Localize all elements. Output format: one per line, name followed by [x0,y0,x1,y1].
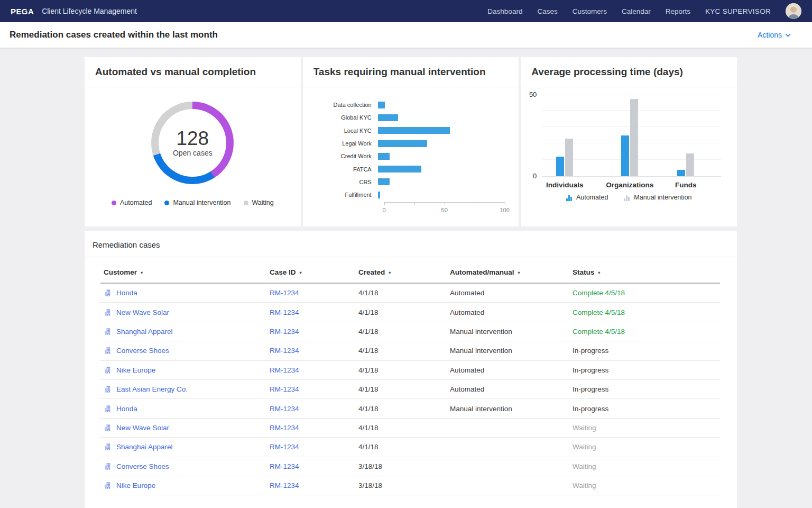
status-value: In-progress [573,366,720,374]
card-automated-vs-manual: Automated vs manual completion 128 Open … [85,57,301,226]
axis-tick-label: 0 [383,207,386,213]
case-id-link[interactable]: RM-1234 [270,462,358,470]
vbar-bar-automated [621,135,629,177]
customer-link[interactable]: Nike Europe [116,366,155,374]
table-header-row: Customer▾ Case ID▾ Created▾ Automated/ma… [100,257,720,284]
open-cases-count: 128 [176,129,209,149]
axis-tick-label: 100 [500,207,509,213]
legend-item: Automated [566,194,608,201]
customer-link[interactable]: New Wave Solar [116,309,169,316]
table-row[interactable]: HondaRM-12344/1/18Manual interventionIn-… [100,399,720,418]
column-header-automated-manual[interactable]: Automated/manual▾ [450,268,573,276]
hbar-category-label: Local KYC [303,128,378,134]
customer-link[interactable]: Shanghai Apparel [116,328,173,335]
case-id-link[interactable]: RM-1234 [270,309,358,316]
axis-tick [414,203,415,205]
legend-dot-icon [244,201,248,205]
table-row[interactable]: Shanghai ApparelRM-12344/1/18Waiting [100,438,720,457]
customer-link[interactable]: Converse Shoes [116,462,169,470]
column-header-created[interactable]: Created▾ [358,268,450,276]
nav-item-dashboard[interactable]: Dashboard [487,7,522,15]
vbar-bar-manual [565,139,573,176]
vbar-chart: 050IndividualsOrganizationsFunds [542,95,721,177]
column-header-case-id[interactable]: Case ID▾ [270,268,358,276]
automated-manual-value: Manual intervention [450,347,573,355]
status-value: In-progress [573,347,720,355]
nav-item-reports[interactable]: Reports [666,7,690,15]
case-id-link[interactable]: RM-1234 [270,405,358,413]
donut-ring: 128 Open cases [151,102,234,184]
case-id-link[interactable]: RM-1234 [270,443,358,451]
table-row[interactable]: Shanghai ApparelRM-12344/1/18Manual inte… [100,322,720,341]
customer-link[interactable]: Shanghai Apparel [116,443,173,451]
sort-caret-icon: ▾ [300,270,302,275]
vbar-bar-automated [677,170,685,176]
axis-tick [384,203,385,205]
remediation-cases-card: Remediation cases Customer▾ Case ID▾ Cre… [85,231,737,508]
customer-link[interactable]: Nike Europe [116,482,155,489]
table-row[interactable]: Nike EuropeRM-12343/18/18Waiting [100,476,720,495]
building-icon [104,482,112,489]
page-header: Remediation cases created within the las… [0,22,812,48]
case-id-link[interactable]: RM-1234 [270,385,358,393]
nav-item-cases[interactable]: Cases [537,7,557,15]
legend-item: Manual intervention [164,199,230,206]
column-header-customer[interactable]: Customer▾ [104,268,270,276]
donut-chart: 128 Open cases AutomatedManual intervent… [85,87,301,206]
customer-cell: Nike Europe [104,482,270,489]
building-icon [104,347,112,355]
hbar-track [378,140,499,147]
case-id-link[interactable]: RM-1234 [270,347,358,355]
actions-button[interactable]: Actions [758,31,791,39]
column-header-status[interactable]: Status▾ [573,268,720,276]
hbar-category-label: Data collection [303,102,378,108]
status-value: In-progress [573,385,720,393]
table-row[interactable]: East Asian Energy Co.RM-12344/1/18Automa… [100,380,720,399]
status-value: Waiting [573,443,720,451]
case-id-link[interactable]: RM-1234 [270,366,358,374]
table-row[interactable]: New Wave SolarRM-12344/1/18AutomatedComp… [100,303,720,322]
created-date: 4/1/18 [358,405,450,413]
customer-link[interactable]: New Wave Solar [116,424,169,432]
case-id-link[interactable]: RM-1234 [270,328,358,335]
customer-link[interactable]: Honda [116,289,137,297]
table-row[interactable]: Converse ShoesRM-12344/1/18Manual interv… [100,341,720,360]
case-id-link[interactable]: RM-1234 [270,289,358,297]
vbar-category-label: Organizations [606,181,653,189]
case-id-link[interactable]: RM-1234 [270,482,358,489]
customer-link[interactable]: Converse Shoes [116,347,169,355]
customer-link[interactable]: Honda [116,405,137,413]
sort-caret-icon: ▾ [141,270,143,275]
table-row[interactable]: New Wave SolarRM-12344/1/18Waiting [100,419,720,438]
open-cases-label: Open cases [173,149,213,157]
card-average-processing-time: Average processing time (days) 050Indivi… [521,57,737,226]
hbar-bar [378,192,381,198]
nav-item-customers[interactable]: Customers [573,7,607,15]
status-value: Complete 4/5/18 [573,328,720,335]
created-date: 4/1/18 [358,385,450,393]
sort-caret-icon: ▾ [389,270,391,275]
status-value: Waiting [573,424,720,432]
status-value: Complete 4/5/18 [573,289,720,297]
customer-cell: New Wave Solar [104,424,270,432]
hbar-row: Local KYC [303,124,519,137]
hbar-bar [378,127,450,134]
customer-cell: New Wave Solar [104,309,270,316]
avatar[interactable] [786,3,801,19]
customer-link[interactable]: East Asian Energy Co. [116,385,188,393]
user-name: KYC SUPERVISOR [705,7,771,15]
automated-manual-value: Manual intervention [450,328,573,335]
case-id-link[interactable]: RM-1234 [270,424,358,432]
nav-item-calendar[interactable]: Calendar [622,7,651,15]
table-row[interactable]: Converse ShoesRM-12343/18/18Waiting [100,457,720,476]
table-row[interactable]: Nike EuropeRM-12344/1/18AutomatedIn-prog… [100,361,720,380]
card-manual-intervention-tasks: Tasks requiring manual intervention Data… [303,57,519,226]
hbar-track [378,192,499,198]
vbar-chart-title: Average processing time (days) [531,66,683,78]
table-row[interactable]: HondaRM-12344/1/18AutomatedComplete 4/5/… [100,284,720,303]
gridline [542,94,721,94]
pega-logo: PEGA [11,7,34,16]
hbar-track [378,166,499,173]
axis-tick [445,203,445,205]
y-axis-label: 0 [523,172,537,180]
